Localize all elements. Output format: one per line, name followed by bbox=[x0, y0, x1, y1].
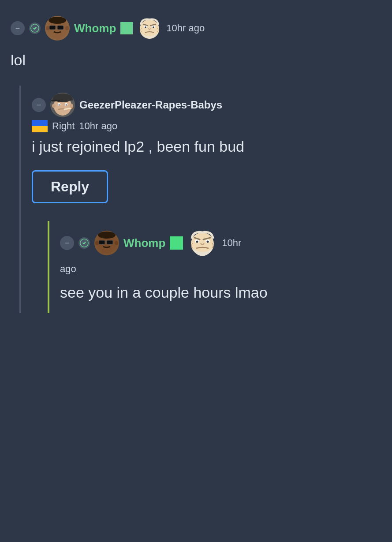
svg-rect-32 bbox=[99, 240, 105, 244]
svg-rect-33 bbox=[107, 240, 113, 244]
timestamp-whomp-nested: 10hr bbox=[222, 237, 241, 249]
reply-container-whomp-nested: − bbox=[48, 221, 381, 313]
flag-label-geezer: Right bbox=[52, 120, 75, 132]
comment-header-whomp-nested: − bbox=[60, 228, 381, 258]
reply-container-geezer: − bbox=[19, 86, 381, 313]
svg-point-13 bbox=[153, 26, 154, 28]
svg-point-26 bbox=[52, 104, 56, 108]
timestamp2-whomp-nested: ago bbox=[60, 263, 381, 275]
svg-rect-4 bbox=[49, 26, 56, 30]
avatar-geezer bbox=[50, 93, 75, 117]
green-square-whomp-top bbox=[120, 22, 133, 34]
svg-point-9 bbox=[140, 19, 159, 39]
page-container: − bbox=[0, 0, 392, 322]
svg-point-40 bbox=[196, 241, 198, 243]
svg-point-27 bbox=[70, 104, 73, 108]
meme-avatar-whomp-nested bbox=[187, 228, 217, 258]
username-whomp-nested[interactable]: Whomp bbox=[123, 236, 165, 250]
collapse-button-whomp-nested[interactable]: − bbox=[60, 236, 74, 250]
reply-button[interactable]: Reply bbox=[32, 170, 108, 203]
comment-body-geezer: i just rejoined lp2 , been fun bud bbox=[32, 132, 381, 163]
comment-header-geezer-row2: Right 10hr ago bbox=[32, 120, 381, 132]
flag-ukraine bbox=[32, 120, 48, 132]
svg-rect-19 bbox=[51, 100, 60, 101]
meme-avatar-whomp-top bbox=[137, 16, 162, 41]
svg-point-12 bbox=[145, 26, 146, 28]
collapse-button-whomp-top[interactable]: − bbox=[11, 21, 25, 35]
flag-blue-half bbox=[32, 120, 48, 126]
flag-yellow-half bbox=[32, 126, 48, 132]
collapse-button-geezer[interactable]: − bbox=[32, 98, 46, 112]
svg-point-41 bbox=[207, 241, 209, 243]
svg-point-36 bbox=[115, 241, 118, 245]
svg-point-7 bbox=[46, 26, 49, 30]
comment-whomp-nested: − bbox=[60, 221, 381, 313]
svg-point-3 bbox=[49, 17, 66, 24]
timestamp-geezer: 10hr ago bbox=[79, 120, 117, 132]
comment-whomp-top: − bbox=[11, 9, 381, 80]
svg-point-23 bbox=[66, 105, 67, 106]
comment-body-whomp-top: lol bbox=[11, 46, 381, 77]
verified-icon-whomp-nested bbox=[78, 237, 90, 249]
timestamp-wrap-whomp-nested: 10hr bbox=[222, 237, 241, 249]
verified-icon-whomp-top bbox=[29, 22, 41, 34]
comment-body-whomp-nested: see you in a couple hours lmao bbox=[60, 278, 381, 309]
svg-point-35 bbox=[95, 241, 99, 245]
svg-rect-5 bbox=[57, 26, 63, 30]
username-whomp-top[interactable]: Whomp bbox=[74, 22, 116, 35]
avatar-whomp-top bbox=[45, 16, 70, 41]
timestamp-whomp-top: 10hr ago bbox=[166, 22, 205, 34]
green-square-whomp-nested bbox=[170, 236, 183, 250]
comment-geezer: − bbox=[32, 86, 381, 216]
svg-point-37 bbox=[191, 232, 214, 255]
comment-header-whomp-top: − bbox=[11, 16, 381, 41]
svg-point-31 bbox=[98, 232, 116, 239]
avatar-whomp-nested bbox=[94, 231, 119, 255]
username-geezer[interactable]: GeezerPleazer-Rapes-Babys bbox=[79, 99, 222, 111]
comment-header-geezer-row1: − bbox=[32, 93, 381, 117]
svg-point-8 bbox=[65, 26, 69, 30]
svg-point-22 bbox=[59, 105, 60, 106]
